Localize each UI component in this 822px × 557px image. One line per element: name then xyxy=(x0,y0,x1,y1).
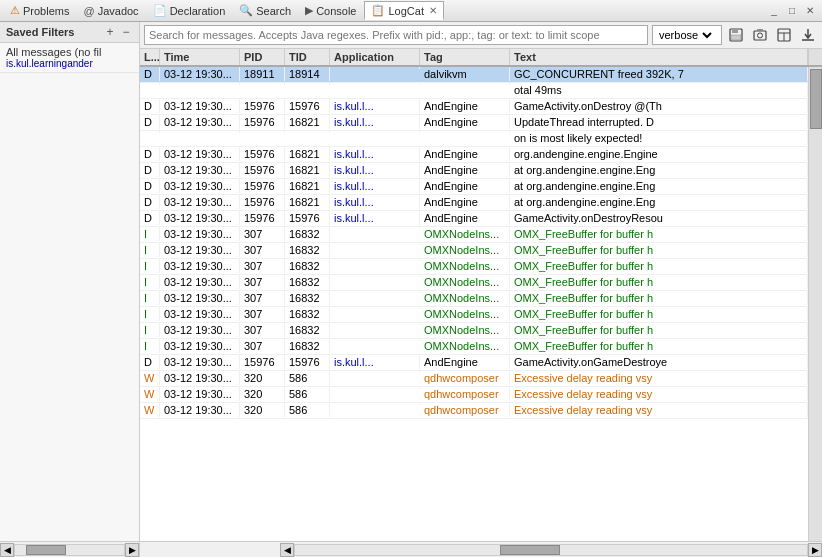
cell-tag: OMXNodeIns... xyxy=(420,307,510,321)
table-row[interactable]: D 03-12 19:30... 15976 15976 is.kul.l...… xyxy=(140,99,808,115)
table-row[interactable]: I 03-12 19:30... 307 16832 OMXNodeIns...… xyxy=(140,275,808,291)
table-row[interactable]: D 03-12 19:30... 15976 16821 is.kul.l...… xyxy=(140,115,808,131)
sidebar-scroll-right[interactable]: ▶ xyxy=(125,543,139,557)
table-row[interactable]: I 03-12 19:30... 307 16832 OMXNodeIns...… xyxy=(140,259,808,275)
hscroll-right-button[interactable]: ▶ xyxy=(808,543,822,557)
table-row[interactable]: otal 49ms xyxy=(140,83,808,99)
tab-javadoc-label: Javadoc xyxy=(98,5,139,17)
col-header-application: Application xyxy=(330,49,420,65)
maximize-button[interactable]: □ xyxy=(784,3,800,19)
close-icon[interactable]: ✕ xyxy=(429,5,437,16)
sidebar-hscroll-track[interactable] xyxy=(14,544,125,556)
layout-icon xyxy=(777,28,791,42)
cell-time: 03-12 19:30... xyxy=(160,355,240,369)
cell-tag: OMXNodeIns... xyxy=(420,323,510,337)
cell-tid xyxy=(285,83,330,85)
cell-tid: 18914 xyxy=(285,67,330,81)
cell-app: is.kul.l... xyxy=(330,355,420,369)
svg-rect-5 xyxy=(757,29,763,31)
hscroll-left-button[interactable]: ◀ xyxy=(280,543,294,557)
table-row[interactable]: I 03-12 19:30... 307 16832 OMXNodeIns...… xyxy=(140,323,808,339)
table-row[interactable]: W 03-12 19:30... 320 586 qdhwcomposer Ex… xyxy=(140,371,808,387)
cell-time: 03-12 19:30... xyxy=(160,227,240,241)
table-row[interactable]: W 03-12 19:30... 320 586 qdhwcomposer Ex… xyxy=(140,403,808,419)
cell-level: D xyxy=(140,179,160,193)
cell-tag: OMXNodeIns... xyxy=(420,243,510,257)
collapse-filter-button[interactable]: − xyxy=(119,25,133,39)
tab-logcat[interactable]: 📋 LogCat ✕ xyxy=(364,1,443,20)
log-rows[interactable]: D 03-12 19:30... 18911 18914 dalvikvm GC… xyxy=(140,67,808,541)
search-input[interactable] xyxy=(144,25,648,45)
cell-tid: 16821 xyxy=(285,147,330,161)
cell-text: GameActivity.onGameDestroye xyxy=(510,355,808,369)
table-row[interactable]: D 03-12 19:30... 15976 16821 is.kul.l...… xyxy=(140,163,808,179)
tab-javadoc[interactable]: @ Javadoc xyxy=(77,3,144,19)
close-button[interactable]: ✕ xyxy=(802,3,818,19)
content-area: verbose debug info warn error xyxy=(140,22,822,557)
table-row[interactable]: W 03-12 19:30... 320 586 qdhwcomposer Ex… xyxy=(140,387,808,403)
table-row[interactable]: D 03-12 19:30... 15976 15976 is.kul.l...… xyxy=(140,211,808,227)
cell-tag: AndEngine xyxy=(420,195,510,209)
table-row[interactable]: D 03-12 19:30... 15976 16821 is.kul.l...… xyxy=(140,147,808,163)
add-filter-button[interactable]: + xyxy=(103,25,117,39)
tab-console[interactable]: ▶ Console xyxy=(299,2,362,19)
cell-tag: AndEngine xyxy=(420,355,510,369)
download-button[interactable] xyxy=(798,25,818,45)
cell-text: OMX_FreeBuffer for buffer h xyxy=(510,323,808,337)
cell-pid xyxy=(240,131,285,133)
table-row[interactable]: on is most likely expected! xyxy=(140,131,808,147)
tab-search[interactable]: 🔍 Search xyxy=(233,2,297,19)
cell-time: 03-12 19:30... xyxy=(160,115,240,129)
cell-text: OMX_FreeBuffer for buffer h xyxy=(510,259,808,273)
cell-pid: 307 xyxy=(240,227,285,241)
cell-time: 03-12 19:30... xyxy=(160,259,240,273)
cell-level: W xyxy=(140,371,160,385)
table-row[interactable]: D 03-12 19:30... 18911 18914 dalvikvm GC… xyxy=(140,67,808,83)
minimize-button[interactable]: _ xyxy=(766,3,782,19)
table-row[interactable]: I 03-12 19:30... 307 16832 OMXNodeIns...… xyxy=(140,307,808,323)
svg-point-4 xyxy=(758,33,763,38)
cell-app xyxy=(330,131,420,133)
table-row[interactable]: I 03-12 19:30... 307 16832 OMXNodeIns...… xyxy=(140,291,808,307)
cell-level: I xyxy=(140,291,160,305)
save-button[interactable] xyxy=(726,25,746,45)
cell-tid: 16832 xyxy=(285,291,330,305)
table-row[interactable]: D 03-12 19:30... 15976 16821 is.kul.l...… xyxy=(140,195,808,211)
table-row[interactable]: I 03-12 19:30... 307 16832 OMXNodeIns...… xyxy=(140,227,808,243)
cell-pid: 307 xyxy=(240,307,285,321)
table-row[interactable]: D 03-12 19:30... 15976 16821 is.kul.l...… xyxy=(140,179,808,195)
camera-button[interactable] xyxy=(750,25,770,45)
hscroll-track[interactable] xyxy=(294,544,808,556)
bottom-scrollbar-bar: ◀ ▶ xyxy=(140,541,822,557)
cell-app: is.kul.l... xyxy=(330,163,420,177)
verbose-select[interactable]: verbose debug info warn error xyxy=(655,28,715,42)
cell-pid xyxy=(240,83,285,85)
cell-app: is.kul.l... xyxy=(330,179,420,193)
cell-time: 03-12 19:30... xyxy=(160,67,240,81)
verbose-dropdown[interactable]: verbose debug info warn error xyxy=(652,25,722,45)
cell-time: 03-12 19:30... xyxy=(160,179,240,193)
cell-tid: 16832 xyxy=(285,227,330,241)
tab-declaration[interactable]: 📄 Declaration xyxy=(147,2,232,19)
layout-button[interactable] xyxy=(774,25,794,45)
cell-app xyxy=(330,307,420,309)
table-row[interactable]: D 03-12 19:30... 15976 15976 is.kul.l...… xyxy=(140,355,808,371)
cell-time: 03-12 19:30... xyxy=(160,403,240,417)
table-row[interactable]: I 03-12 19:30... 307 16832 OMXNodeIns...… xyxy=(140,243,808,259)
sidebar-scroll-left[interactable]: ◀ xyxy=(0,543,14,557)
scrollbar-corner xyxy=(808,49,822,65)
cell-pid: 320 xyxy=(240,403,285,417)
tab-logcat-label: LogCat xyxy=(388,5,423,17)
cell-tid: 16832 xyxy=(285,243,330,257)
table-row[interactable]: I 03-12 19:30... 307 16832 OMXNodeIns...… xyxy=(140,339,808,355)
cell-level: D xyxy=(140,163,160,177)
cell-time: 03-12 19:30... xyxy=(160,307,240,321)
sidebar-item-all-messages[interactable]: All messages (no fil is.kul.learningande… xyxy=(0,43,139,73)
cell-time: 03-12 19:30... xyxy=(160,339,240,353)
vertical-scrollbar[interactable] xyxy=(808,67,822,541)
cell-level: I xyxy=(140,339,160,353)
tab-problems[interactable]: ⚠ Problems xyxy=(4,2,75,19)
log-table-header: L... Time PID TID Application Tag Text xyxy=(140,49,822,67)
cell-time: 03-12 19:30... xyxy=(160,163,240,177)
cell-level: D xyxy=(140,67,160,81)
